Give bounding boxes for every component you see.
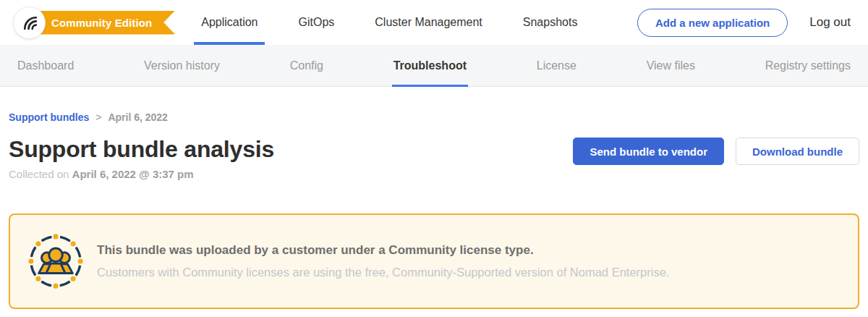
subtab-config[interactable]: Config <box>289 45 325 87</box>
brand: Community Edition <box>13 7 175 39</box>
top-actions: Add a new application Log out <box>637 9 851 37</box>
notice-body: Customers with Community licenses are us… <box>97 266 669 279</box>
page-header: Support bundle analysis Collected on Apr… <box>9 136 859 180</box>
tab-snapshots[interactable]: Snapshots <box>516 0 585 45</box>
community-edition-badge: Community Edition <box>35 11 175 35</box>
subtab-registry-settings[interactable]: Registry settings <box>764 45 852 87</box>
breadcrumb-support-bundles-link[interactable]: Support bundles <box>9 111 89 123</box>
download-bundle-button[interactable]: Download bundle <box>736 138 859 165</box>
subtab-view-files[interactable]: View files <box>645 45 697 87</box>
breadcrumb-current: April 6, 2022 <box>108 111 168 123</box>
send-bundle-to-vendor-button[interactable]: Send bundle to vendor <box>573 138 724 165</box>
main-content: Support bundles > April 6, 2022 Support … <box>0 111 868 309</box>
tab-application[interactable]: Application <box>194 0 265 45</box>
collected-timestamp: Collected on April 6, 2022 @ 3:37 pm <box>9 168 274 180</box>
page-title: Support bundle analysis <box>9 136 274 163</box>
tab-cluster-management[interactable]: Cluster Management <box>367 0 490 45</box>
main-tabs: Application GitOps Cluster Management Sn… <box>194 0 584 45</box>
bundle-actions: Send bundle to vendor Download bundle <box>573 138 859 165</box>
logout-link[interactable]: Log out <box>809 15 851 30</box>
community-users-icon <box>27 233 84 289</box>
subtab-version-history[interactable]: Version history <box>142 45 221 87</box>
subtab-troubleshoot[interactable]: Troubleshoot <box>392 45 468 87</box>
breadcrumb: Support bundles > April 6, 2022 <box>9 111 859 123</box>
top-navigation-bar: Community Edition Application GitOps Clu… <box>0 0 868 45</box>
notice-heading: This bundle was uploaded by a customer u… <box>97 243 669 258</box>
subtab-license[interactable]: License <box>535 45 578 87</box>
notice-text: This bundle was uploaded by a customer u… <box>97 243 669 279</box>
subtab-dashboard[interactable]: Dashboard <box>16 45 75 87</box>
tab-gitops[interactable]: GitOps <box>291 0 341 45</box>
collected-label: Collected on <box>9 168 69 180</box>
replicated-logo-icon <box>20 13 39 33</box>
replicated-logo[interactable] <box>13 7 46 39</box>
add-new-application-button[interactable]: Add a new application <box>637 9 788 37</box>
breadcrumb-separator: > <box>95 111 101 123</box>
page-title-block: Support bundle analysis Collected on Apr… <box>9 136 274 180</box>
collected-value: April 6, 2022 @ 3:37 pm <box>72 168 194 180</box>
app-sub-navigation: Dashboard Version history Config Trouble… <box>0 45 868 87</box>
community-license-notice: This bundle was uploaded by a customer u… <box>9 214 859 309</box>
